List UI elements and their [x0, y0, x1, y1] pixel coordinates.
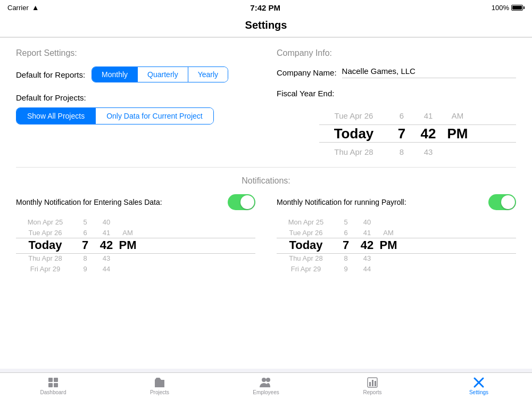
- page-title: Settings: [0, 19, 532, 31]
- tp-min-0: 41: [415, 111, 442, 120]
- fiscal-year-picker[interactable]: Tue Apr 26 6 41 AM Today 7 42 PM Thu Apr…: [319, 109, 516, 159]
- payroll-time-picker[interactable]: Mon Apr 25540 Tue Apr 26641AM Today742PM…: [277, 217, 516, 275]
- default-projects-row: Default for Projects: Show All Projects …: [16, 93, 255, 124]
- default-reports-row: Default for Reports: Monthly Quarterly Y…: [16, 66, 255, 82]
- reports-icon: [367, 377, 378, 388]
- company-info-title: Company Info:: [277, 48, 516, 58]
- battery-percent: 100%: [492, 4, 509, 12]
- payroll-notification-panel: Monthly Notification for running Payroll…: [277, 194, 516, 275]
- svg-rect-0: [48, 378, 53, 382]
- company-info-panel: Company Info: Company Name: Nacelle Game…: [277, 48, 516, 159]
- payroll-notification-label: Monthly Notification for running Payroll…: [277, 198, 406, 206]
- projects-icon: [154, 377, 165, 388]
- svg-point-4: [262, 378, 266, 382]
- tab-reports-label: Reports: [363, 389, 381, 395]
- tab-dashboard-label: Dashboard: [40, 389, 66, 395]
- company-name-value: Nacelle Games, LLC: [342, 66, 516, 78]
- section-divider: [16, 167, 516, 168]
- tab-reports[interactable]: Reports: [319, 377, 426, 395]
- wifi-icon: ▲: [32, 3, 39, 12]
- project-toggle[interactable]: Show All Projects Only Data for Current …: [16, 107, 214, 124]
- sales-notification-row: Monthly Notification for Entering Sales …: [16, 194, 255, 210]
- tab-dashboard[interactable]: Dashboard: [0, 377, 106, 395]
- tp-min-1: 42: [415, 126, 442, 142]
- tab-bar: Dashboard Projects Employees Reports: [0, 372, 532, 399]
- status-left: Carrier ▲: [7, 3, 39, 12]
- show-all-projects-button[interactable]: Show All Projects: [16, 108, 95, 124]
- dashboard-icon: [47, 377, 59, 388]
- fiscal-year-label: Fiscal Year End:: [277, 89, 334, 98]
- report-settings-panel: Report Settings: Default for Reports: Mo…: [16, 48, 255, 159]
- tab-settings-label: Settings: [469, 389, 488, 395]
- tp-day-1: Today: [319, 126, 388, 142]
- battery-icon: [511, 5, 525, 11]
- report-period-segmented[interactable]: Monthly Quarterly Yearly: [92, 66, 228, 82]
- sales-notification-toggle[interactable]: [228, 194, 255, 210]
- svg-rect-3: [54, 383, 58, 387]
- tp-day-0: Tue Apr 26: [319, 111, 388, 120]
- monthly-button[interactable]: Monthly: [92, 67, 137, 82]
- tp-day-2: Thu Apr 28: [319, 147, 388, 156]
- default-projects-label: Default for Projects:: [16, 93, 255, 102]
- tp-hr-0: 6: [388, 111, 415, 120]
- svg-rect-8: [372, 380, 373, 386]
- svg-point-5: [266, 378, 270, 382]
- status-bar: Carrier ▲ 7:42 PM 100%: [0, 0, 532, 15]
- payroll-notification-toggle[interactable]: [488, 194, 516, 210]
- company-name-label: Company Name:: [277, 68, 337, 77]
- svg-rect-7: [369, 382, 371, 386]
- tab-projects-label: Projects: [150, 389, 169, 395]
- svg-rect-1: [54, 378, 58, 382]
- main-content: Report Settings: Default for Reports: Mo…: [0, 38, 532, 369]
- notifications-grid: Monthly Notification for Entering Sales …: [16, 194, 516, 275]
- quarterly-button[interactable]: Quarterly: [137, 67, 188, 82]
- tp-min-2: 43: [415, 147, 442, 156]
- payroll-notification-row: Monthly Notification for running Payroll…: [277, 194, 516, 210]
- settings-grid: Report Settings: Default for Reports: Mo…: [16, 48, 516, 159]
- tp-ampm-1: PM: [442, 126, 473, 142]
- carrier-label: Carrier: [7, 4, 29, 12]
- company-name-row: Company Name: Nacelle Games, LLC: [277, 66, 516, 78]
- yearly-button[interactable]: Yearly: [188, 67, 228, 82]
- fiscal-year-row: Fiscal Year End:: [277, 89, 516, 98]
- only-current-project-button[interactable]: Only Data for Current Project: [95, 108, 213, 124]
- default-reports-label: Default for Reports:: [16, 70, 85, 79]
- notifications-section: Notifications: Monthly Notification for …: [16, 176, 516, 275]
- notifications-title: Notifications:: [16, 176, 516, 186]
- svg-rect-2: [48, 383, 53, 387]
- sales-time-picker[interactable]: Mon Apr 25540 Tue Apr 26641AM Today742PM…: [16, 217, 255, 275]
- report-settings-title: Report Settings:: [16, 48, 255, 58]
- status-right: 100%: [492, 4, 525, 12]
- page-title-bar: Settings: [0, 15, 532, 37]
- tab-projects[interactable]: Projects: [106, 377, 213, 395]
- settings-icon: [473, 377, 485, 388]
- tab-employees[interactable]: Employees: [213, 377, 319, 395]
- svg-rect-9: [375, 381, 376, 386]
- sales-notification-panel: Monthly Notification for Entering Sales …: [16, 194, 255, 275]
- tab-settings[interactable]: Settings: [426, 377, 532, 395]
- status-time: 7:42 PM: [250, 3, 280, 12]
- tp-ampm-0: AM: [442, 111, 473, 120]
- tp-hr-1: 7: [388, 126, 415, 142]
- employees-icon: [260, 377, 272, 388]
- tab-employees-label: Employees: [253, 389, 279, 395]
- sales-notification-label: Monthly Notification for Entering Sales …: [16, 198, 162, 206]
- tp-hr-2: 8: [388, 147, 415, 156]
